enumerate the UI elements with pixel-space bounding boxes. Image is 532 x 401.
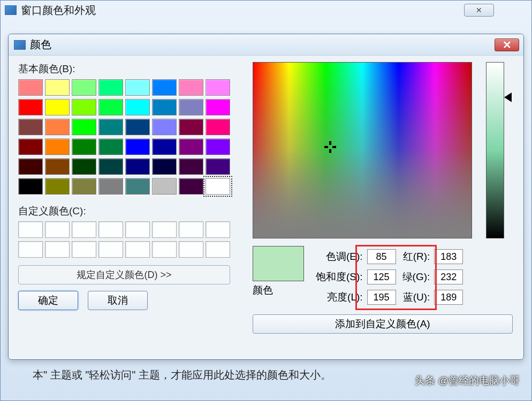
basic-swatch[interactable] <box>206 99 230 115</box>
basic-swatch[interactable] <box>98 178 123 195</box>
basic-swatch[interactable] <box>152 119 177 135</box>
color-dialog: 颜色 ✕ 基本颜色(B): 自定义颜色(C): 规定自定义颜色(D) >> 确定… <box>8 34 524 360</box>
basic-swatch[interactable] <box>98 79 123 96</box>
custom-swatch[interactable] <box>45 221 70 238</box>
custom-colors-grid <box>18 221 243 258</box>
basic-swatch[interactable] <box>125 138 150 155</box>
basic-swatch[interactable] <box>72 138 96 155</box>
basic-colors-label: 基本颜色(B): <box>18 62 243 76</box>
basic-swatch[interactable] <box>18 99 43 115</box>
custom-colors-label: 自定义颜色(C): <box>18 204 243 218</box>
sat-input[interactable] <box>367 269 396 284</box>
lum-label: 亮度(L): <box>316 290 363 304</box>
basic-colors-grid <box>18 79 243 195</box>
green-label: 绿(G): <box>402 270 430 284</box>
green-input[interactable] <box>434 269 463 284</box>
basic-swatch[interactable] <box>18 158 43 175</box>
basic-swatch[interactable] <box>206 119 230 135</box>
basic-swatch[interactable] <box>45 79 70 96</box>
basic-swatch[interactable] <box>45 158 70 175</box>
custom-swatch[interactable] <box>152 241 177 258</box>
custom-swatch[interactable] <box>125 221 150 238</box>
basic-swatch[interactable] <box>179 119 203 135</box>
close-icon: ✕ <box>503 38 512 51</box>
basic-swatch[interactable] <box>45 99 70 115</box>
custom-swatch[interactable] <box>72 241 96 258</box>
custom-swatch[interactable] <box>125 241 150 258</box>
parent-window: 窗口颜色和外观 ✕ 本" 主题或 "轻松访问" 主题，才能应用此处选择的颜色和大… <box>0 0 532 401</box>
custom-swatch[interactable] <box>206 241 230 258</box>
basic-swatch[interactable] <box>18 178 43 195</box>
blue-label: 蓝(U): <box>402 290 430 304</box>
basic-swatch[interactable] <box>45 138 70 155</box>
window-icon <box>5 5 17 15</box>
basic-swatch[interactable] <box>125 119 150 135</box>
color-preview <box>253 246 304 281</box>
basic-swatch[interactable] <box>152 158 177 175</box>
basic-swatch[interactable] <box>152 138 177 155</box>
basic-swatch[interactable] <box>206 178 230 195</box>
watermark: 头条 @曾经的电脑小哥 <box>415 374 520 388</box>
parent-titlebar: 窗口颜色和外观 <box>1 1 531 20</box>
color-gradient[interactable] <box>253 62 472 238</box>
basic-swatch[interactable] <box>125 178 150 195</box>
hue-input[interactable] <box>367 249 396 264</box>
basic-swatch[interactable] <box>125 79 150 96</box>
define-custom-button[interactable]: 规定自定义颜色(D) >> <box>18 265 230 284</box>
basic-swatch[interactable] <box>98 138 123 155</box>
basic-swatch[interactable] <box>179 79 203 96</box>
parent-close-button[interactable]: ✕ <box>464 4 494 17</box>
basic-swatch[interactable] <box>179 178 203 195</box>
background-text: 本" 主题或 "轻松访问" 主题，才能应用此处选择的颜色和大小。 <box>33 368 331 382</box>
parent-title: 窗口颜色和外观 <box>21 3 96 18</box>
basic-swatch[interactable] <box>179 138 203 155</box>
lum-input[interactable] <box>367 290 396 305</box>
ok-button[interactable]: 确定 <box>18 291 78 310</box>
basic-swatch[interactable] <box>152 178 177 195</box>
dialog-title: 颜色 <box>30 37 51 52</box>
custom-swatch[interactable] <box>98 221 123 238</box>
basic-swatch[interactable] <box>179 158 203 175</box>
custom-swatch[interactable] <box>179 241 203 258</box>
custom-swatch[interactable] <box>152 221 177 238</box>
basic-swatch[interactable] <box>72 158 96 175</box>
luminosity-strip[interactable] <box>486 62 504 238</box>
basic-swatch[interactable] <box>152 79 177 96</box>
basic-swatch[interactable] <box>72 178 96 195</box>
basic-swatch[interactable] <box>18 79 43 96</box>
close-button[interactable]: ✕ <box>495 38 519 51</box>
custom-swatch[interactable] <box>18 221 43 238</box>
basic-swatch[interactable] <box>125 158 150 175</box>
basic-swatch[interactable] <box>206 79 230 96</box>
basic-swatch[interactable] <box>98 99 123 115</box>
basic-swatch[interactable] <box>206 138 230 155</box>
basic-swatch[interactable] <box>45 119 70 135</box>
red-label: 红(R): <box>402 250 430 264</box>
dialog-titlebar: 颜色 ✕ <box>9 34 523 56</box>
basic-swatch[interactable] <box>72 119 96 135</box>
basic-swatch[interactable] <box>152 99 177 115</box>
cancel-button[interactable]: 取消 <box>88 291 148 310</box>
basic-swatch[interactable] <box>179 99 203 115</box>
basic-swatch[interactable] <box>72 99 96 115</box>
add-custom-button[interactable]: 添加到自定义颜色(A) <box>253 314 513 334</box>
basic-swatch[interactable] <box>72 79 96 96</box>
basic-swatch[interactable] <box>98 158 123 175</box>
custom-swatch[interactable] <box>98 241 123 258</box>
custom-swatch[interactable] <box>72 221 96 238</box>
luminosity-arrow-icon[interactable] <box>504 92 512 102</box>
red-input[interactable] <box>434 249 463 264</box>
blue-input[interactable] <box>434 290 463 305</box>
custom-swatch[interactable] <box>206 221 230 238</box>
custom-swatch[interactable] <box>179 221 203 238</box>
basic-swatch[interactable] <box>18 138 43 155</box>
basic-swatch[interactable] <box>18 119 43 135</box>
basic-swatch[interactable] <box>45 178 70 195</box>
basic-swatch[interactable] <box>98 119 123 135</box>
custom-swatch[interactable] <box>18 241 43 258</box>
basic-swatch[interactable] <box>206 158 230 175</box>
sat-label: 饱和度(S): <box>316 270 363 284</box>
basic-swatch[interactable] <box>125 99 150 115</box>
custom-swatch[interactable] <box>45 241 70 258</box>
dialog-icon <box>14 40 26 50</box>
